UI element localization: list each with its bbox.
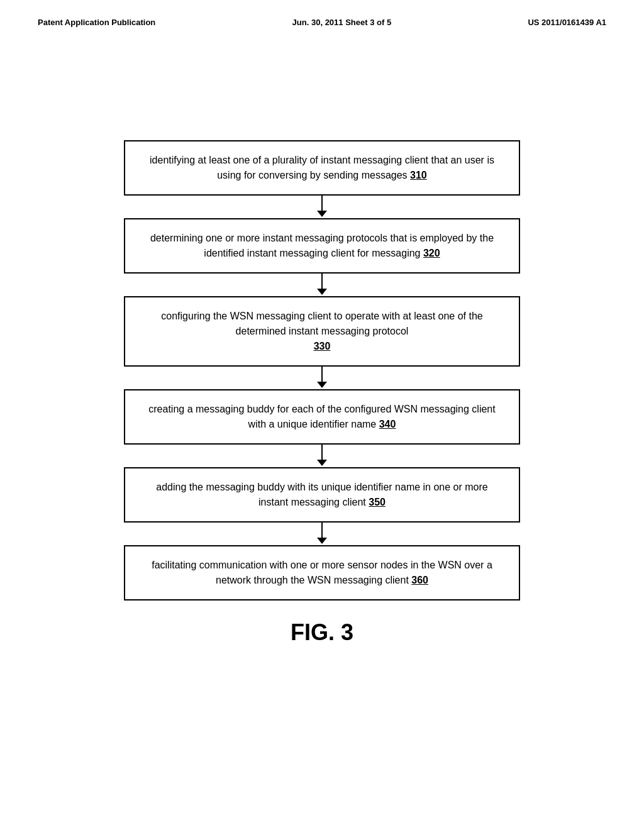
flowchart-box-310: identifying at least one of a plurality … <box>124 140 520 196</box>
header-publication-label: Patent Application Publication <box>38 18 155 27</box>
ref-340: 340 <box>379 419 396 429</box>
ref-320: 320 <box>423 248 440 258</box>
ref-360: 360 <box>411 575 428 585</box>
flowchart-box-330: configuring the WSN messaging client to … <box>124 296 520 367</box>
header-patent-number: US 2011/0161439 A1 <box>528 18 606 27</box>
box-310-text: identifying at least one of a plurality … <box>150 155 494 180</box>
box-360-text: facilitating communication with one or m… <box>152 560 492 585</box>
box-340-text: creating a messaging buddy for each of t… <box>148 404 495 429</box>
ref-330: 330 <box>314 341 331 351</box>
flowchart-box-320: determining one or more instant messagin… <box>124 218 520 274</box>
page-header: Patent Application Publication Jun. 30, … <box>0 0 644 27</box>
header-date-sheet: Jun. 30, 2011 Sheet 3 of 5 <box>292 18 392 27</box>
ref-350: 350 <box>369 497 386 507</box>
figure-label: FIG. 3 <box>291 619 353 646</box>
ref-310: 310 <box>410 170 427 180</box>
flowchart-box-360: facilitating communication with one or m… <box>124 545 520 600</box>
box-350-text: adding the messaging buddy with its uniq… <box>156 482 487 507</box>
box-330-text: configuring the WSN messaging client to … <box>161 311 482 351</box>
flowchart-box-350: adding the messaging buddy with its uniq… <box>124 467 520 523</box>
flowchart-diagram: identifying at least one of a plurality … <box>0 27 644 646</box>
flowchart-box-340: creating a messaging buddy for each of t… <box>124 389 520 445</box>
box-320-text: determining one or more instant messagin… <box>150 233 494 258</box>
